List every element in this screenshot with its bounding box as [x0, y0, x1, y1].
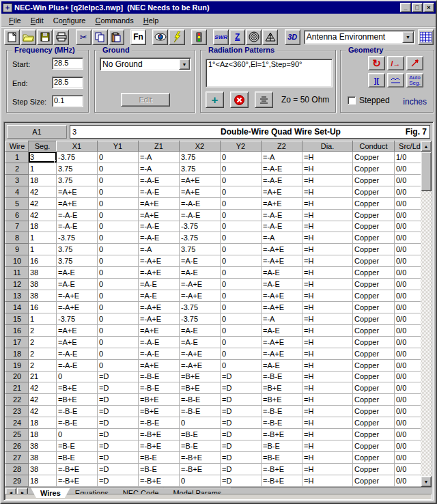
row-header[interactable]: 26	[6, 440, 29, 452]
cell[interactable]: =B-E	[180, 440, 221, 452]
cell[interactable]: =-A-E	[139, 232, 180, 244]
cell[interactable]: =-A-E	[262, 221, 302, 232]
cell[interactable]: =B+E	[180, 371, 221, 382]
cell[interactable]: =A-E	[262, 267, 302, 279]
print-button[interactable]	[53, 29, 69, 45]
row-header[interactable]: 4	[6, 186, 29, 197]
cell[interactable]: 0	[98, 301, 139, 313]
maximize-button[interactable]: □	[412, 3, 423, 12]
cell[interactable]: 0	[98, 152, 139, 163]
scale-wire-button[interactable]	[406, 56, 423, 70]
column-header-wire[interactable]: Wire	[6, 141, 29, 152]
cell[interactable]: =-A	[139, 152, 180, 163]
cell[interactable]: =-A+E	[262, 348, 302, 359]
cell[interactable]: =H	[302, 429, 353, 440]
cell[interactable]: =-B+E	[180, 463, 221, 475]
copy-button[interactable]	[92, 29, 108, 45]
cell[interactable]: =B-E	[57, 451, 98, 463]
cell[interactable]: =-A-E	[57, 209, 98, 221]
row-header[interactable]: 18	[6, 348, 29, 359]
translate-wire-button[interactable]: /→	[387, 56, 404, 70]
cell[interactable]: =B+E	[139, 394, 180, 406]
cell[interactable]: Copper	[353, 371, 395, 382]
cell[interactable]: =H	[302, 336, 353, 348]
scroll-down-button[interactable]: ▼	[421, 476, 432, 487]
cell[interactable]: =B-E	[262, 440, 302, 452]
cell[interactable]: =A-E	[180, 267, 221, 279]
cell[interactable]: -3.75	[57, 232, 98, 244]
cell[interactable]: =A+E	[139, 197, 180, 209]
cell[interactable]: =D	[221, 382, 262, 394]
cell[interactable]: 0	[98, 348, 139, 359]
column-header-y1[interactable]: Y1	[98, 141, 139, 152]
cell[interactable]: 0	[98, 267, 139, 279]
cell[interactable]: =-A-E	[139, 336, 180, 348]
row-header[interactable]: 11	[6, 267, 29, 279]
cell[interactable]: =-A	[262, 313, 302, 324]
cell[interactable]: =A-E	[139, 290, 180, 302]
cell[interactable]: 3	[29, 152, 57, 163]
cell[interactable]: =-B-E	[262, 371, 302, 382]
cell[interactable]: 42	[29, 186, 57, 197]
cell[interactable]: Copper	[353, 417, 395, 429]
cell[interactable]: 0	[221, 152, 262, 163]
cell[interactable]: 2	[29, 348, 57, 359]
stepped-checkbox[interactable]: Stepped	[348, 96, 390, 105]
environment-dropdown[interactable]: Antenna Environment ▼	[304, 30, 415, 44]
menu-item-commands[interactable]: Commands	[90, 15, 138, 26]
cell[interactable]: 0	[57, 371, 98, 382]
cell[interactable]: Copper	[353, 221, 395, 232]
row-header[interactable]: 12	[6, 279, 29, 290]
cell[interactable]: =A-E	[262, 279, 302, 290]
cell[interactable]: =-A+E	[57, 301, 98, 313]
cell[interactable]: 0	[98, 221, 139, 232]
app-icon[interactable]: +	[3, 3, 12, 12]
cell[interactable]: 0	[98, 324, 139, 336]
cell[interactable]: 0	[221, 324, 262, 336]
save-button[interactable]	[37, 29, 53, 45]
cell[interactable]: Copper	[353, 475, 395, 486]
cell[interactable]: =-A-E	[139, 174, 180, 186]
cell[interactable]: =H	[302, 174, 353, 186]
cell[interactable]: =A+E	[262, 186, 302, 197]
cell[interactable]: 1	[29, 232, 57, 244]
cell[interactable]: =B+E	[57, 394, 98, 406]
cell[interactable]: =-A+E	[262, 336, 302, 348]
cell[interactable]: 42	[29, 197, 57, 209]
cell[interactable]: 0	[221, 244, 262, 255]
cell[interactable]: =D	[98, 406, 139, 417]
cell[interactable]: =A+E	[180, 174, 221, 186]
cell[interactable]: -3.75	[180, 301, 221, 313]
cell[interactable]: =-A-E	[262, 163, 302, 174]
cell[interactable]: =B-E	[139, 463, 180, 475]
cell[interactable]: =-A-E	[180, 209, 221, 221]
row-header[interactable]: 20	[6, 371, 29, 382]
menu-item-configure[interactable]: Configure	[48, 15, 91, 26]
cell[interactable]: 42	[29, 394, 57, 406]
cell[interactable]: =D	[221, 371, 262, 382]
cell[interactable]: =-B-E	[139, 382, 180, 394]
cell[interactable]: =-A-E	[57, 348, 98, 359]
cell[interactable]: =-A-E	[180, 197, 221, 209]
cell[interactable]: 38	[29, 463, 57, 475]
wire-wave-button[interactable]	[387, 73, 404, 87]
minimize-button[interactable]: _	[400, 3, 411, 12]
impedance-button[interactable]: Z	[229, 29, 245, 45]
cell[interactable]: 21	[29, 371, 57, 382]
formula-value[interactable]: 3	[70, 128, 173, 136]
cell[interactable]: 18	[29, 429, 57, 440]
cell[interactable]: =A+E	[139, 359, 180, 371]
sheet-tab-wires[interactable]: Wires	[31, 488, 70, 498]
row-header[interactable]: 1	[6, 152, 29, 163]
cell[interactable]: 0	[98, 232, 139, 244]
cell[interactable]: =H	[302, 267, 353, 279]
cell[interactable]: =-B-E	[180, 406, 221, 417]
cell[interactable]: =-A+E	[139, 255, 180, 267]
cell[interactable]: =D	[98, 394, 139, 406]
cell[interactable]: =A+E	[57, 186, 98, 197]
cell[interactable]: 38	[29, 267, 57, 279]
cell[interactable]: 0	[98, 197, 139, 209]
cell[interactable]: =D	[98, 440, 139, 452]
connect-wires-button[interactable]: ][	[368, 73, 385, 87]
cell[interactable]: 2	[29, 336, 57, 348]
